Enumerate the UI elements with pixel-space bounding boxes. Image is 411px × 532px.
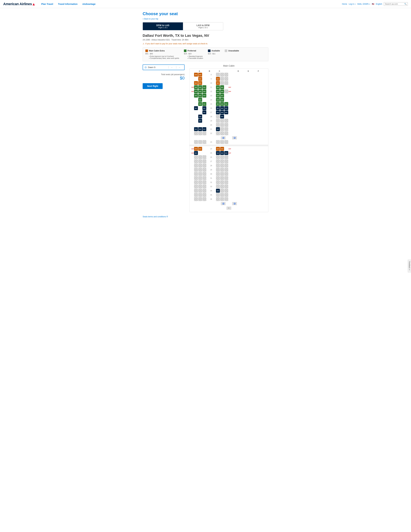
header-right: Home Log in » Hello, DAWN » 🇺🇸 English 🔍 (342, 2, 408, 6)
seat[interactable]: $43 (202, 85, 206, 89)
legend-main-extra-bullets: Extra legroom (up to 6 inches) Complimen… (145, 55, 179, 59)
seat[interactable]: $41 (198, 94, 202, 97)
passenger-row[interactable]: ⊙ Dawn G -- -- (143, 65, 185, 70)
seat[interactable]: $43 (220, 85, 224, 89)
seat[interactable]: $19 (216, 98, 220, 102)
tab-flight-2[interactable]: LAS to DFW Flight 2 of 2 (183, 22, 223, 30)
seat[interactable]: $21 (216, 106, 220, 110)
seat[interactable]: $10 (198, 127, 202, 131)
seat[interactable]: $43 (198, 85, 202, 89)
language-selector[interactable]: English (376, 3, 382, 5)
login-link[interactable]: Log in » (349, 3, 356, 5)
seat[interactable]: $10 (216, 189, 220, 193)
seat[interactable]: $11 (202, 127, 206, 131)
seat[interactable]: $43 (194, 73, 198, 76)
seat (194, 155, 198, 159)
seat[interactable]: $10 (216, 151, 220, 155)
left-seat-group: $41 (194, 77, 206, 81)
nav-travel-info[interactable]: Travel Information (58, 3, 77, 5)
row-number: 11 (210, 86, 213, 88)
next-flight-button[interactable]: Next flight (143, 83, 163, 89)
nav-plan-travel[interactable]: Plan Travel (41, 3, 53, 5)
seat[interactable]: $21 (202, 106, 206, 110)
seat[interactable]: $19 (198, 98, 202, 102)
search-input[interactable] (385, 3, 404, 5)
seat-row: 34$10 (191, 189, 267, 193)
exit-label-right: EXIT (228, 152, 231, 154)
row-number: 24 (210, 148, 213, 150)
total-amount: $0 (143, 76, 185, 81)
seat-row: $1914$19$23 (191, 98, 267, 102)
seat (224, 197, 228, 201)
seat[interactable]: $43 (198, 89, 202, 93)
seat[interactable]: $43 (194, 85, 198, 89)
seat[interactable]: $10 (220, 115, 224, 118)
seat[interactable]: $11 (194, 127, 198, 131)
nav-aadvantage[interactable]: AAdvantage (82, 3, 96, 5)
seat[interactable]: $21 (220, 94, 224, 97)
seat (216, 119, 220, 123)
seat (224, 176, 228, 180)
back-link[interactable]: Back to your trip (143, 18, 158, 20)
home-link[interactable]: Home (342, 3, 347, 5)
seat[interactable]: $41 (198, 81, 202, 85)
seat[interactable]: $21 (194, 106, 198, 110)
seat (224, 193, 228, 197)
seat[interactable]: $21 (224, 106, 228, 110)
seat[interactable]: $19 (198, 102, 202, 106)
legend-main-extra-box (145, 49, 148, 52)
seat[interactable]: $19 (220, 102, 224, 106)
seat[interactable]: $43 (202, 94, 206, 97)
seat[interactable]: $21 (194, 151, 198, 155)
row-number: 9 (210, 78, 213, 80)
right-seat-group: $21$19$21 (216, 102, 228, 106)
seat[interactable]: $21 (224, 102, 228, 106)
search-box[interactable]: 🔍 (384, 2, 408, 6)
seat[interactable]: $21 (202, 110, 206, 114)
seat[interactable]: $23 (220, 98, 224, 102)
legend-available-price: $10 - $11 (208, 53, 220, 55)
seat[interactable]: $43 (194, 89, 198, 93)
seat[interactable]: $10 (198, 115, 202, 118)
seat[interactable]: $43 (216, 85, 220, 89)
seat[interactable]: $41 (194, 81, 198, 85)
seat[interactable]: $41 (216, 81, 220, 85)
seat[interactable]: $43 (216, 147, 220, 151)
user-menu[interactable]: Hello, DAWN » (357, 3, 370, 5)
seat[interactable]: $41 (216, 77, 220, 81)
logo[interactable]: American Airlines ▴ (3, 1, 35, 7)
row-number: 14 (210, 99, 213, 101)
seat[interactable]: $21 (202, 102, 206, 106)
seat (216, 185, 220, 189)
tab-flight-1[interactable]: DFW to LAS Flight 1 of 2 (143, 22, 183, 30)
seat[interactable]: $10 (220, 106, 224, 110)
seat[interactable]: $10 (220, 151, 224, 155)
seat[interactable]: $10 (220, 110, 224, 114)
seat[interactable]: $43 (198, 73, 202, 76)
seat[interactable]: $43 (198, 147, 202, 151)
row-number: 33 (210, 186, 213, 188)
seat[interactable]: $21 (216, 102, 220, 106)
seat[interactable]: $43 (220, 89, 224, 93)
terms-link[interactable]: Seats terms and conditions ® (143, 216, 168, 218)
search-icon[interactable]: 🔍 (404, 3, 407, 5)
seat[interactable]: $41 (194, 94, 198, 97)
seat[interactable]: $43 (216, 89, 220, 93)
seat[interactable]: $19 (216, 94, 220, 97)
seat (224, 189, 228, 193)
right-seat-group (216, 73, 228, 76)
seat[interactable]: $43 (202, 89, 206, 93)
seat[interactable]: $21 (216, 110, 220, 114)
seat[interactable]: $10 (198, 119, 202, 123)
seat[interactable]: $10 (216, 127, 220, 131)
seat (202, 123, 206, 127)
left-seat-group (194, 155, 206, 159)
seat[interactable]: $21 (224, 110, 228, 114)
seat[interactable]: $21 (224, 151, 228, 155)
seat[interactable]: $43 (220, 147, 224, 151)
right-seat-group: $10$10$21 (216, 151, 228, 155)
seat[interactable]: $41 (198, 77, 202, 81)
left-seat-group (194, 131, 206, 135)
seat[interactable]: $43 (194, 147, 198, 151)
warning-message: ⚠ If you don't want to pay for your seat… (143, 43, 268, 45)
